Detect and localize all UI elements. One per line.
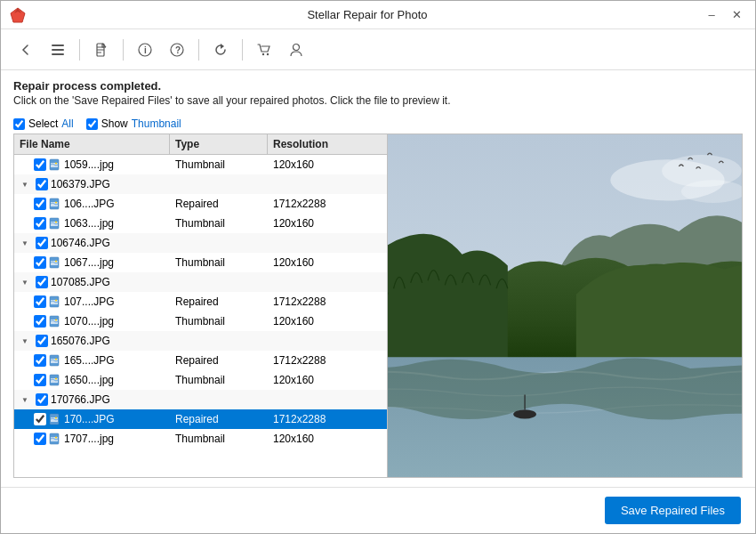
cell-type: Repaired: [170, 295, 268, 308]
table-row[interactable]: ▼106746.JPG: [14, 233, 387, 253]
chevron-down-icon: ▼: [21, 337, 34, 345]
file-name-label: 1063....jpg: [64, 217, 114, 230]
back-button[interactable]: [12, 36, 40, 64]
show-thumbnail-label[interactable]: Show Thumbnail: [86, 117, 181, 130]
row-checkbox[interactable]: [34, 295, 46, 308]
cell-resolution: 1712x2288: [268, 295, 348, 308]
title-bar: Stellar Repair for Photo – ✕: [1, 1, 755, 29]
cell-name: 1059....jpg: [14, 158, 170, 171]
file-name-label: 1650....jpg: [64, 374, 114, 386]
minimize-button[interactable]: –: [700, 5, 723, 25]
row-checkbox[interactable]: [34, 158, 46, 171]
svg-point-34: [55, 359, 57, 360]
cell-name: 106....JPG: [14, 198, 170, 210]
svg-point-31: [55, 320, 57, 321]
select-all-label[interactable]: Select All: [13, 117, 74, 130]
table-row[interactable]: ▼165076.JPG: [14, 331, 387, 351]
table-row[interactable]: 1707....jpgThumbnail120x160: [14, 429, 387, 449]
svg-text:i: i: [144, 45, 147, 55]
menu-button[interactable]: [44, 36, 72, 64]
file-name-label: 1070....jpg: [64, 315, 114, 328]
file-name-label: 106379.JPG: [51, 178, 110, 190]
cell-type: Repaired: [170, 354, 268, 367]
thumbnail-link[interactable]: Thumbnail: [132, 117, 181, 130]
bottom-bar: Save Repaired Files: [1, 487, 755, 533]
file-icon: [49, 354, 61, 367]
table-row[interactable]: 1067....jpgThumbnail120x160: [14, 253, 387, 272]
user-button[interactable]: [282, 36, 310, 64]
file-name-label: 170....JPG: [64, 413, 115, 425]
file-icon: [49, 295, 61, 308]
doc-button[interactable]: [87, 36, 116, 64]
svg-point-43: [55, 437, 57, 439]
table-row[interactable]: 1063....jpgThumbnail120x160: [14, 214, 387, 233]
cell-name: 1707....jpg: [14, 433, 170, 445]
header-type: Type: [170, 134, 268, 154]
table-row[interactable]: 1070....jpgThumbnail120x160: [14, 312, 387, 331]
table-row[interactable]: ▼170766.JPG: [14, 390, 387, 409]
cell-type: Thumbnail: [170, 256, 268, 269]
svg-point-37: [55, 378, 57, 380]
row-checkbox[interactable]: [36, 178, 48, 190]
preview-image: [388, 134, 742, 477]
svg-text:?: ?: [175, 45, 181, 55]
row-checkbox[interactable]: [34, 198, 46, 210]
table-row[interactable]: 170....JPGRepaired1712x2288: [14, 409, 387, 429]
cell-resolution: 120x160: [268, 315, 348, 328]
table-row[interactable]: 106....JPGRepaired1712x2288: [14, 194, 387, 214]
svg-point-49: [513, 409, 536, 418]
svg-point-11: [262, 53, 264, 54]
row-checkbox[interactable]: [34, 413, 46, 425]
cell-name: ▼106379.JPG: [14, 178, 170, 190]
row-checkbox[interactable]: [34, 354, 46, 367]
row-checkbox[interactable]: [36, 237, 48, 249]
file-icon: [49, 158, 61, 171]
main-panel: File Name Type Resolution 1059....jpgThu…: [13, 134, 743, 478]
sep2: [123, 39, 124, 61]
chevron-down-icon: ▼: [21, 396, 34, 404]
info-button[interactable]: i: [131, 36, 159, 64]
close-button[interactable]: ✕: [725, 5, 748, 25]
header-res: Resolution: [268, 134, 348, 154]
cell-resolution: 1712x2288: [268, 354, 348, 367]
show-thumbnail-checkbox[interactable]: [86, 118, 98, 130]
row-checkbox[interactable]: [36, 335, 48, 347]
row-checkbox[interactable]: [34, 433, 46, 445]
file-name-label: 1707....jpg: [64, 433, 114, 445]
file-name-label: 106....JPG: [64, 198, 115, 210]
table-row[interactable]: 1650....jpgThumbnail120x160: [14, 370, 387, 390]
help-button[interactable]: ?: [163, 36, 191, 64]
table-row[interactable]: ▼107085.JPG: [14, 272, 387, 292]
cell-type: Repaired: [170, 413, 268, 425]
show-text: Show: [101, 117, 128, 130]
file-name-label: 165076.JPG: [51, 335, 110, 347]
row-checkbox[interactable]: [34, 374, 46, 386]
table-row[interactable]: 1059....jpgThumbnail120x160: [14, 155, 387, 174]
row-checkbox[interactable]: [34, 217, 46, 230]
refresh-button[interactable]: [206, 36, 235, 64]
cell-resolution: 1712x2288: [268, 413, 348, 425]
status-sub: Click on the 'Save Repaired Files' to sa…: [13, 94, 743, 107]
row-checkbox[interactable]: [36, 276, 48, 288]
row-checkbox[interactable]: [36, 393, 48, 406]
table-row[interactable]: 165....JPGRepaired1712x2288: [14, 351, 387, 370]
cart-button[interactable]: [250, 36, 278, 64]
preview-panel: [388, 134, 742, 477]
cell-resolution: 1712x2288: [268, 198, 348, 210]
table-row[interactable]: 107....JPGRepaired1712x2288: [14, 292, 387, 312]
save-repaired-files-button[interactable]: Save Repaired Files: [605, 497, 741, 524]
cell-type: Thumbnail: [170, 433, 268, 445]
svg-marker-10: [221, 44, 224, 49]
row-checkbox[interactable]: [34, 315, 46, 328]
sep3: [198, 39, 199, 61]
select-all-checkbox[interactable]: [13, 118, 25, 130]
tree-body[interactable]: 1059....jpgThumbnail120x160▼106379.JPG10…: [14, 155, 387, 477]
file-icon: [49, 256, 61, 269]
all-link[interactable]: All: [61, 117, 73, 130]
row-checkbox[interactable]: [34, 256, 46, 269]
chevron-down-icon: ▼: [21, 239, 34, 247]
svg-point-40: [55, 417, 57, 419]
cell-name: 1070....jpg: [14, 315, 170, 328]
cell-resolution: 120x160: [268, 433, 348, 445]
table-row[interactable]: ▼106379.JPG: [14, 174, 387, 194]
